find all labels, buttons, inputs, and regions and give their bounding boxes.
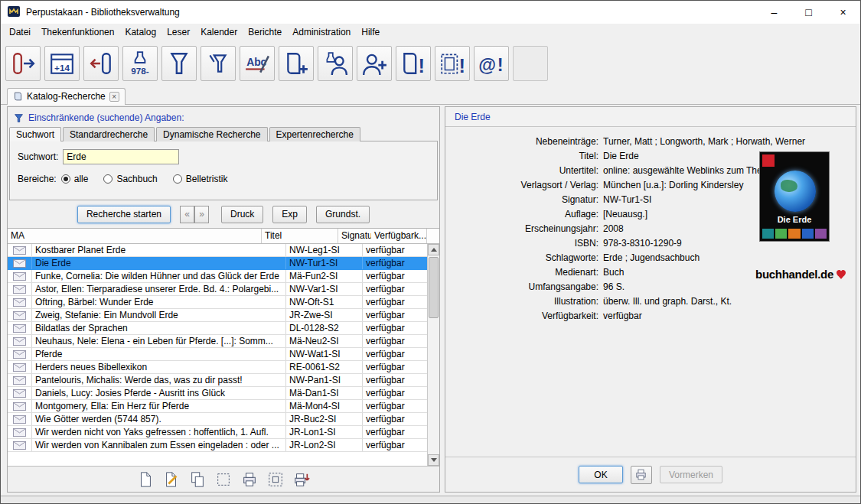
menu-item[interactable]: Katalog: [119, 24, 161, 40]
table-row[interactable]: Die Erde NW-Tur1-SI verfügbar: [8, 257, 429, 270]
extend-loan-button[interactable]: +14: [44, 46, 80, 81]
checkout-button[interactable]: [5, 46, 41, 81]
selection-frame-button[interactable]: [266, 470, 285, 489]
print-detail-button[interactable]: [631, 466, 652, 484]
media-type-icon: [8, 439, 32, 451]
new-record-button[interactable]: [135, 470, 155, 489]
email-alert-button[interactable]: @!: [474, 46, 509, 81]
menu-item[interactable]: Datei: [4, 24, 36, 40]
search-criteria-header: Einschränkende (suchende) Angaben:: [8, 107, 439, 125]
radio-label: Sachbuch: [116, 174, 157, 184]
export-button[interactable]: Exp: [272, 206, 307, 223]
table-row[interactable]: Zweig, Stefanie: Ein Mundvoll Erde JR-Zw…: [8, 309, 429, 322]
table-row[interactable]: Wie Götter werden (5744 857). JR-Buc2-SI…: [8, 413, 429, 426]
table-row[interactable]: Astor, Ellen: Tierparadiese unserer Erde…: [8, 283, 429, 296]
start-search-button[interactable]: Recherche starten: [77, 206, 171, 223]
tab-close-icon[interactable]: ×: [109, 92, 119, 102]
keyword-input[interactable]: [63, 149, 179, 164]
table-row[interactable]: Daniels, Lucy: Josies Pferde - Ausritt i…: [8, 387, 429, 400]
row-availability: verfügbar: [363, 348, 429, 360]
table-row[interactable]: Herders neues Bibellexikon RE-0061-S2 ve…: [8, 361, 429, 374]
copy-record-button[interactable]: [188, 470, 207, 489]
media-type-icon: [8, 361, 32, 373]
menu-item[interactable]: Administration: [287, 24, 356, 40]
row-title: Kostbarer Planet Erde: [32, 244, 286, 256]
row-title: Wie Götter werden (5744 857).: [32, 413, 286, 425]
media-alert-button[interactable]: !: [396, 46, 431, 81]
search-tab[interactable]: Expertenrecherche: [269, 127, 360, 141]
reserve-button[interactable]: Vormerken: [660, 466, 722, 483]
vertical-scrollbar[interactable]: [427, 244, 439, 466]
svg-text:+14: +14: [54, 63, 70, 73]
buchhandel-logo[interactable]: buchhandel.de: [755, 268, 846, 281]
table-row[interactable]: Pferde NW-Wat1-SI verfügbar: [8, 348, 429, 361]
edit-record-button[interactable]: [161, 470, 181, 489]
add-media-button[interactable]: [279, 46, 314, 81]
print-results-button[interactable]: Druck: [221, 206, 263, 223]
column-header[interactable]: MA: [8, 229, 262, 243]
tab-bar: Katalog-Recherche ×: [1, 86, 860, 105]
menu-item[interactable]: Thekenfunktionen: [36, 24, 119, 40]
close-button[interactable]: ×: [826, 1, 860, 24]
ok-button[interactable]: OK: [579, 466, 623, 483]
search-tab[interactable]: Dynamische Recherche: [156, 127, 267, 141]
empty-toolbar-button: [513, 46, 548, 81]
scope-radio-option[interactable]: Belletristik: [173, 174, 228, 184]
menu-item[interactable]: Kalender: [195, 24, 243, 40]
stamp-alert-button[interactable]: !: [435, 46, 470, 81]
table-row[interactable]: Wir werden von Kannibalen zum Essen eing…: [8, 439, 429, 452]
field-label: Erscheinungsjahr:: [445, 222, 598, 236]
app-icon: [7, 5, 21, 21]
prev-result-button[interactable]: «: [180, 206, 194, 223]
media-type-icon: [8, 283, 32, 295]
scope-radio-option[interactable]: Sachbuch: [103, 174, 157, 184]
scrollbar-thumb[interactable]: [429, 257, 439, 318]
print-record-button[interactable]: [240, 470, 259, 489]
column-header[interactable]: Titel: [262, 229, 338, 243]
table-row[interactable]: Funke, Cornelia: Die wilden Hühner und d…: [8, 270, 429, 283]
media-label-button[interactable]: [161, 46, 197, 81]
table-row[interactable]: Oftring, Bärbel: Wunder Erde NW-Oft-S1 v…: [8, 296, 429, 309]
maximize-button[interactable]: □: [791, 1, 826, 24]
tab-katalog-recherche[interactable]: Katalog-Recherche ×: [7, 88, 126, 105]
field-label: Nebeneinträge:: [445, 135, 598, 149]
column-header[interactable]: Signatur: [338, 229, 371, 243]
field-value: Erde ; Jugendsachbuch: [603, 251, 700, 265]
media-type-icon: [8, 309, 32, 321]
table-row[interactable]: Pantelouris, Michalis: Werde das, was zu…: [8, 374, 429, 387]
results-header-row: MATitelSignaturVerfügbark...: [8, 229, 439, 244]
delete-record-button[interactable]: [214, 470, 233, 489]
spellcheck-button[interactable]: Abc: [240, 46, 275, 81]
media-type-icon: [8, 387, 32, 399]
menu-item[interactable]: Hilfe: [356, 24, 385, 40]
row-title: Oftring, Bärbel: Wunder Erde: [32, 296, 286, 308]
column-header[interactable]: Verfügbark...: [371, 229, 427, 243]
next-result-button[interactable]: »: [194, 206, 209, 223]
search-tab[interactable]: Standardrecherche: [63, 127, 155, 141]
menu-item[interactable]: Berichte: [243, 24, 287, 40]
table-row[interactable]: Montgomery, Ella: Ein Herz für Pferde Mä…: [8, 400, 429, 413]
search-tab[interactable]: Suchwort: [9, 127, 61, 141]
reader-card-button[interactable]: [318, 46, 353, 81]
edit-record-icon: [163, 471, 180, 488]
table-row[interactable]: Kostbarer Planet Erde NW-Leg1-SI verfügb…: [8, 244, 429, 257]
table-row[interactable]: Neuhaus, Nele: Elena - ein Leben für Pfe…: [8, 335, 429, 348]
row-title: Zweig, Stefanie: Ein Mundvoll Erde: [32, 309, 286, 321]
row-title: Wir werden nicht von Yaks gefressen : ho…: [32, 426, 286, 438]
add-reader-button[interactable]: [357, 46, 392, 81]
table-row[interactable]: Bildatlas der Sprachen DL-0128-S2 verfüg…: [8, 322, 429, 335]
isbn-entry-button[interactable]: 978-: [122, 46, 158, 81]
menu-item[interactable]: Leser: [161, 24, 195, 40]
scroll-up-button[interactable]: [428, 244, 439, 255]
search-form: Suchwort: Bereiche: alle: [9, 141, 438, 200]
print-export-button[interactable]: [292, 470, 311, 489]
default-settings-button[interactable]: Grundst.: [316, 206, 370, 223]
scroll-down-button[interactable]: [428, 454, 439, 466]
media-label-small-button[interactable]: [201, 46, 236, 81]
minimize-button[interactable]: –: [757, 1, 791, 24]
row-signature: NW-Var1-SI: [286, 283, 363, 295]
row-signature: JR-Buc2-SI: [286, 413, 363, 425]
scope-radio-option[interactable]: alle: [61, 174, 89, 184]
table-row[interactable]: Wir werden nicht von Yaks gefressen : ho…: [8, 426, 429, 439]
return-button[interactable]: [83, 46, 119, 81]
